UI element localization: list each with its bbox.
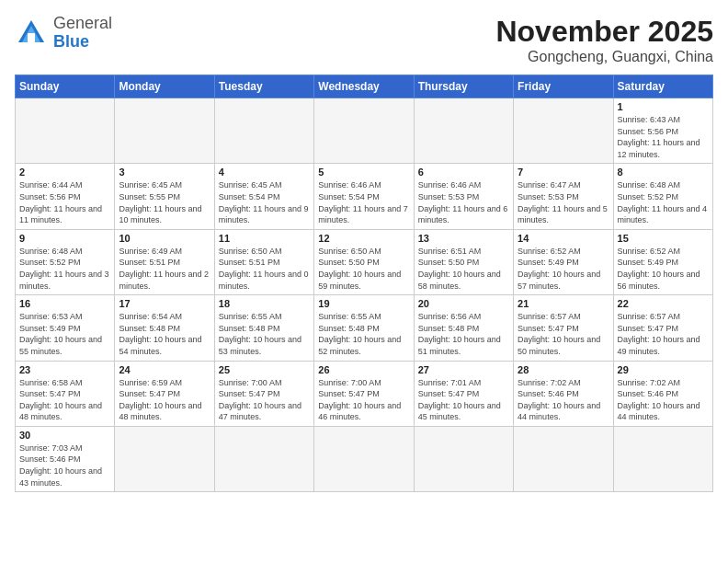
day-info: Sunrise: 6:52 AM Sunset: 5:49 PM Dayligh… (618, 246, 709, 292)
calendar-cell (314, 426, 414, 491)
svg-rect-2 (28, 33, 35, 42)
calendar-cell (514, 426, 613, 491)
calendar-cell: 28Sunrise: 7:02 AM Sunset: 5:46 PM Dayli… (514, 361, 613, 426)
day-info: Sunrise: 6:46 AM Sunset: 5:53 PM Dayligh… (418, 179, 509, 225)
day-number: 11 (219, 233, 310, 244)
calendar-cell (214, 98, 313, 164)
weekday-header: Thursday (414, 75, 513, 98)
day-info: Sunrise: 6:55 AM Sunset: 5:48 PM Dayligh… (219, 311, 310, 357)
calendar-cell: 24Sunrise: 6:59 AM Sunset: 5:47 PM Dayli… (115, 361, 214, 426)
calendar-cell: 17Sunrise: 6:54 AM Sunset: 5:48 PM Dayli… (115, 295, 214, 361)
day-info: Sunrise: 7:01 AM Sunset: 5:47 PM Dayligh… (418, 377, 509, 423)
day-info: Sunrise: 6:50 AM Sunset: 5:50 PM Dayligh… (318, 246, 409, 292)
title-block: November 2025 Gongcheng, Guangxi, China (495, 15, 713, 65)
day-number: 28 (518, 364, 609, 375)
month-year: November 2025 (495, 15, 713, 49)
day-number: 22 (618, 298, 709, 309)
day-number: 12 (318, 233, 409, 244)
day-info: Sunrise: 6:51 AM Sunset: 5:50 PM Dayligh… (418, 246, 509, 292)
calendar-week-row: 9Sunrise: 6:48 AM Sunset: 5:52 PM Daylig… (16, 229, 713, 294)
day-info: Sunrise: 6:48 AM Sunset: 5:52 PM Dayligh… (618, 179, 709, 225)
day-number: 4 (219, 167, 310, 178)
day-number: 6 (418, 167, 509, 178)
weekday-header-row: SundayMondayTuesdayWednesdayThursdayFrid… (16, 75, 713, 98)
day-info: Sunrise: 6:46 AM Sunset: 5:54 PM Dayligh… (318, 179, 409, 225)
day-number: 20 (418, 298, 509, 309)
day-info: Sunrise: 6:45 AM Sunset: 5:54 PM Dayligh… (219, 179, 310, 225)
calendar-cell: 7Sunrise: 6:47 AM Sunset: 5:53 PM Daylig… (514, 164, 613, 229)
calendar-cell (214, 426, 313, 491)
calendar-cell: 3Sunrise: 6:45 AM Sunset: 5:55 PM Daylig… (115, 164, 214, 229)
day-number: 29 (618, 364, 709, 375)
day-info: Sunrise: 7:00 AM Sunset: 5:47 PM Dayligh… (219, 377, 310, 423)
calendar-cell: 25Sunrise: 7:00 AM Sunset: 5:47 PM Dayli… (214, 361, 313, 426)
calendar-cell: 1Sunrise: 6:43 AM Sunset: 5:56 PM Daylig… (613, 98, 712, 164)
calendar-week-row: 23Sunrise: 6:58 AM Sunset: 5:47 PM Dayli… (16, 361, 713, 426)
day-info: Sunrise: 6:56 AM Sunset: 5:48 PM Dayligh… (418, 311, 509, 357)
calendar-cell (514, 98, 613, 164)
calendar-cell: 20Sunrise: 6:56 AM Sunset: 5:48 PM Dayli… (414, 295, 513, 361)
day-number: 15 (618, 233, 709, 244)
calendar-cell: 9Sunrise: 6:48 AM Sunset: 5:52 PM Daylig… (16, 229, 115, 294)
calendar-cell (115, 426, 214, 491)
calendar-cell: 2Sunrise: 6:44 AM Sunset: 5:56 PM Daylig… (16, 164, 115, 229)
calendar-week-row: 1Sunrise: 6:43 AM Sunset: 5:56 PM Daylig… (16, 98, 713, 164)
calendar-cell (613, 426, 712, 491)
day-number: 21 (518, 298, 609, 309)
day-info: Sunrise: 6:50 AM Sunset: 5:51 PM Dayligh… (219, 246, 310, 292)
day-number: 2 (19, 167, 110, 178)
day-number: 17 (119, 298, 210, 309)
logo-text: General Blue (53, 15, 112, 52)
day-info: Sunrise: 6:57 AM Sunset: 5:47 PM Dayligh… (618, 311, 709, 357)
calendar-cell: 22Sunrise: 6:57 AM Sunset: 5:47 PM Dayli… (613, 295, 712, 361)
day-number: 5 (318, 167, 409, 178)
day-number: 10 (119, 233, 210, 244)
day-info: Sunrise: 7:02 AM Sunset: 5:46 PM Dayligh… (518, 377, 609, 423)
day-number: 14 (518, 233, 609, 244)
calendar-cell: 16Sunrise: 6:53 AM Sunset: 5:49 PM Dayli… (16, 295, 115, 361)
day-info: Sunrise: 6:49 AM Sunset: 5:51 PM Dayligh… (119, 246, 210, 292)
calendar-cell (314, 98, 414, 164)
location: Gongcheng, Guangxi, China (495, 49, 713, 65)
day-info: Sunrise: 6:59 AM Sunset: 5:47 PM Dayligh… (119, 377, 210, 423)
day-info: Sunrise: 7:00 AM Sunset: 5:47 PM Dayligh… (318, 377, 409, 423)
day-number: 18 (219, 298, 310, 309)
day-number: 24 (119, 364, 210, 375)
calendar-cell: 6Sunrise: 6:46 AM Sunset: 5:53 PM Daylig… (414, 164, 513, 229)
day-number: 19 (318, 298, 409, 309)
day-number: 26 (318, 364, 409, 375)
calendar-cell: 8Sunrise: 6:48 AM Sunset: 5:52 PM Daylig… (613, 164, 712, 229)
day-number: 13 (418, 233, 509, 244)
day-info: Sunrise: 6:55 AM Sunset: 5:48 PM Dayligh… (318, 311, 409, 357)
calendar-cell: 4Sunrise: 6:45 AM Sunset: 5:54 PM Daylig… (214, 164, 313, 229)
day-info: Sunrise: 6:52 AM Sunset: 5:49 PM Dayligh… (518, 246, 609, 292)
weekday-header: Tuesday (214, 75, 313, 98)
day-info: Sunrise: 6:57 AM Sunset: 5:47 PM Dayligh… (518, 311, 609, 357)
calendar-cell: 10Sunrise: 6:49 AM Sunset: 5:51 PM Dayli… (115, 229, 214, 294)
logo-icon (15, 17, 48, 50)
calendar-cell (16, 98, 115, 164)
calendar-week-row: 2Sunrise: 6:44 AM Sunset: 5:56 PM Daylig… (16, 164, 713, 229)
day-info: Sunrise: 6:53 AM Sunset: 5:49 PM Dayligh… (19, 311, 110, 357)
day-info: Sunrise: 6:44 AM Sunset: 5:56 PM Dayligh… (19, 179, 110, 225)
day-number: 1 (618, 101, 709, 112)
calendar-cell: 29Sunrise: 7:02 AM Sunset: 5:46 PM Dayli… (613, 361, 712, 426)
day-number: 3 (119, 167, 210, 178)
day-info: Sunrise: 6:54 AM Sunset: 5:48 PM Dayligh… (119, 311, 210, 357)
calendar-cell (414, 426, 513, 491)
calendar-cell (115, 98, 214, 164)
page-header: General Blue November 2025 Gongcheng, Gu… (15, 15, 713, 65)
day-number: 7 (518, 167, 609, 178)
calendar-cell: 27Sunrise: 7:01 AM Sunset: 5:47 PM Dayli… (414, 361, 513, 426)
day-info: Sunrise: 6:43 AM Sunset: 5:56 PM Dayligh… (618, 114, 709, 160)
day-info: Sunrise: 7:02 AM Sunset: 5:46 PM Dayligh… (618, 377, 709, 423)
calendar-cell: 15Sunrise: 6:52 AM Sunset: 5:49 PM Dayli… (613, 229, 712, 294)
day-number: 16 (19, 298, 110, 309)
calendar-cell: 11Sunrise: 6:50 AM Sunset: 5:51 PM Dayli… (214, 229, 313, 294)
day-info: Sunrise: 7:03 AM Sunset: 5:46 PM Dayligh… (19, 442, 110, 488)
weekday-header: Friday (514, 75, 613, 98)
day-info: Sunrise: 6:48 AM Sunset: 5:52 PM Dayligh… (19, 246, 110, 292)
weekday-header: Monday (115, 75, 214, 98)
weekday-header: Sunday (16, 75, 115, 98)
calendar-cell: 12Sunrise: 6:50 AM Sunset: 5:50 PM Dayli… (314, 229, 414, 294)
